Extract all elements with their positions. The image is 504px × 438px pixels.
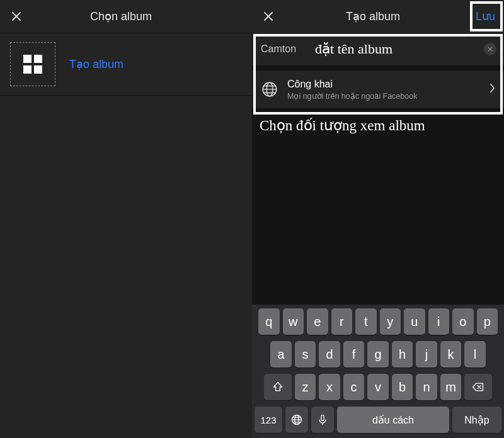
key-l[interactable]: l — [464, 341, 486, 368]
key-x[interactable]: x — [319, 374, 340, 400]
key-u[interactable]: u — [404, 308, 425, 335]
album-name-field[interactable]: Camton đặt tên album — [252, 33, 504, 65]
key-p[interactable]: p — [477, 308, 498, 335]
key-d[interactable]: d — [319, 341, 340, 368]
choose-album-title: Chọn album — [24, 9, 218, 23]
key-v[interactable]: v — [367, 374, 389, 400]
choose-album-pane: Chọn album Tạo album — [0, 0, 252, 438]
album-name-prefix: Camton — [261, 43, 296, 55]
space-key[interactable]: dấu cách — [337, 407, 449, 433]
shift-key[interactable] — [264, 374, 292, 400]
key-z[interactable]: z — [295, 374, 316, 400]
create-album-header: Tạo album Lưu — [252, 0, 504, 33]
svg-rect-8 — [321, 415, 324, 421]
create-album-title: Tạo album — [276, 9, 470, 23]
content-spacer — [252, 134, 504, 305]
svg-rect-3 — [34, 65, 42, 74]
album-list: Tạo album — [0, 33, 252, 438]
create-album-pane: Tạo album Lưu Camton đặt tên album Công … — [252, 0, 504, 438]
privacy-selector[interactable]: Công khai Mọi người trên hoặc ngoài Face… — [252, 70, 504, 108]
save-button[interactable]: Lưu — [476, 10, 495, 23]
privacy-title: Công khai — [287, 79, 490, 90]
enter-key[interactable]: Nhập — [452, 407, 501, 433]
keyboard-row-4: 123 dấu cách Nhập — [255, 407, 501, 433]
svg-rect-2 — [23, 65, 32, 74]
numbers-key[interactable]: 123 — [255, 407, 282, 433]
keyboard-row-2: asdfghjkl — [255, 341, 501, 368]
clear-input-icon[interactable] — [484, 43, 496, 55]
svg-rect-0 — [23, 55, 32, 63]
backspace-key[interactable] — [464, 374, 492, 400]
key-j[interactable]: j — [416, 341, 437, 368]
choose-album-header: Chọn album — [0, 0, 252, 33]
keyboard-row-1: qwertyuiop — [255, 308, 501, 335]
separator — [252, 65, 504, 70]
close-icon[interactable] — [261, 9, 276, 24]
key-o[interactable]: o — [452, 308, 474, 335]
create-album-row[interactable]: Tạo album — [0, 33, 252, 96]
create-album-placeholder-icon — [10, 42, 55, 86]
key-s[interactable]: s — [295, 341, 316, 368]
onscreen-keyboard: qwertyuiop asdfghjkl zxcvbnm 123 dấu các… — [252, 305, 504, 438]
key-g[interactable]: g — [367, 341, 389, 368]
key-f[interactable]: f — [343, 341, 365, 368]
key-w[interactable]: w — [283, 308, 304, 335]
audience-caption: Chọn đối tượng xem album — [252, 108, 504, 134]
album-name-placeholder: đặt tên album — [315, 41, 392, 57]
key-b[interactable]: b — [392, 374, 413, 400]
privacy-text: Công khai Mọi người trên hoặc ngoài Face… — [287, 79, 490, 101]
key-e[interactable]: e — [307, 308, 328, 335]
key-i[interactable]: i — [428, 308, 450, 335]
key-t[interactable]: t — [355, 308, 377, 335]
key-h[interactable]: h — [392, 341, 413, 368]
privacy-subtitle: Mọi người trên hoặc ngoài Facebook — [287, 91, 490, 101]
key-r[interactable]: r — [331, 308, 353, 335]
key-q[interactable]: q — [258, 308, 280, 335]
chevron-right-icon — [490, 83, 495, 96]
close-icon[interactable] — [9, 9, 24, 24]
key-n[interactable]: n — [416, 374, 437, 400]
keyboard-row-3: zxcvbnm — [255, 374, 501, 400]
key-c[interactable]: c — [343, 374, 365, 400]
globe-icon — [261, 81, 278, 98]
svg-rect-1 — [34, 55, 42, 63]
globe-key[interactable] — [285, 407, 308, 433]
key-a[interactable]: a — [270, 341, 292, 368]
create-album-label: Tạo album — [69, 57, 123, 71]
mic-key[interactable] — [311, 407, 334, 433]
key-m[interactable]: m — [440, 374, 462, 400]
key-y[interactable]: y — [380, 308, 401, 335]
key-k[interactable]: k — [440, 341, 462, 368]
